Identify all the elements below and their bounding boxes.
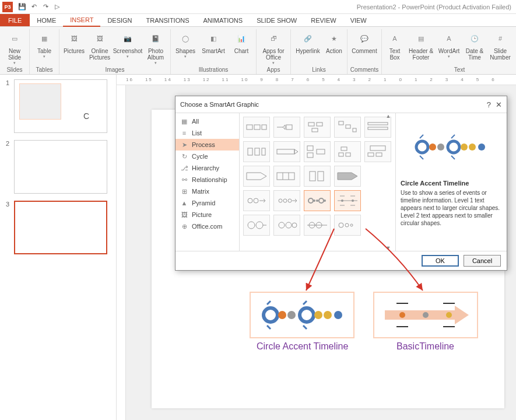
- smartart-cell[interactable]: [304, 215, 331, 236]
- svg-point-66: [461, 144, 468, 150]
- smartart-cell[interactable]: [273, 215, 300, 236]
- smartart-cell[interactable]: [243, 166, 270, 187]
- smartart-cell[interactable]: [273, 117, 300, 138]
- smartart-cell[interactable]: [273, 190, 300, 211]
- hyperlink-icon: 🔗: [300, 30, 316, 47]
- hyperlink-button[interactable]: 🔗Hyperlink: [293, 29, 322, 65]
- svg-rect-23: [368, 153, 374, 156]
- slide-thumb-1[interactable]: 1: [6, 79, 110, 133]
- cat-pyramid[interactable]: ▲Pyramid: [175, 197, 239, 209]
- svg-point-31: [254, 198, 258, 203]
- smartart-cell[interactable]: [304, 117, 331, 138]
- screenshot-button[interactable]: 📷Screenshot▾: [113, 29, 142, 65]
- group-images-label: Images: [62, 65, 168, 74]
- slide-thumb-2[interactable]: 2: [6, 140, 110, 194]
- photo-album-icon: 📓: [148, 30, 164, 47]
- slidenumber-button[interactable]: #Slide Number: [488, 29, 513, 65]
- tab-design[interactable]: DESIGN: [100, 14, 139, 26]
- new-slide-button[interactable]: ▭ New Slide ▾: [2, 29, 27, 65]
- smartart-cell[interactable]: [243, 215, 270, 236]
- chart-button[interactable]: 📊Chart: [229, 29, 254, 65]
- datetime-button[interactable]: 🕒Date & Time: [462, 29, 487, 65]
- tab-animations[interactable]: ANIMATIONS: [196, 14, 250, 26]
- svg-point-61: [429, 144, 436, 150]
- window-title: Presentation2 - PowerPoint (Product Acti…: [357, 4, 511, 10]
- cat-office[interactable]: ⊕Office.com: [175, 220, 239, 232]
- smartart-cell[interactable]: [334, 117, 361, 138]
- wordart-button[interactable]: AWordArt▾: [437, 29, 461, 65]
- svg-line-63: [451, 135, 455, 138]
- svg-point-79: [334, 311, 342, 319]
- dialog-titlebar[interactable]: Choose a SmartArt Graphic ? ✕: [175, 96, 507, 113]
- save-icon[interactable]: 💾: [17, 2, 27, 12]
- svg-rect-9: [353, 128, 356, 132]
- svg-point-44: [352, 200, 354, 202]
- cat-picture[interactable]: 🖼Picture: [175, 209, 239, 220]
- pictures-button[interactable]: 🖼Pictures: [62, 29, 86, 65]
- comment-button[interactable]: 💬Comment: [350, 29, 379, 65]
- tab-home[interactable]: HOME: [30, 14, 63, 26]
- object-button[interactable]: ▢Object: [514, 29, 516, 65]
- cat-list[interactable]: ≡List: [175, 127, 239, 139]
- online-pictures-button[interactable]: 🖼Online Pictures: [87, 29, 112, 65]
- action-button[interactable]: ★Action: [324, 29, 345, 65]
- table-button[interactable]: ▦ Table ▾: [32, 29, 57, 65]
- smartart-cell[interactable]: [334, 141, 361, 162]
- cat-matrix[interactable]: ⊞Matrix: [175, 186, 239, 197]
- svg-rect-13: [255, 148, 259, 155]
- smartart-cell[interactable]: [243, 190, 270, 211]
- shapes-button[interactable]: ◯Shapes▾: [173, 29, 198, 65]
- svg-point-83: [423, 312, 429, 318]
- cat-cycle[interactable]: ↻Cycle: [175, 150, 239, 162]
- tab-slideshow[interactable]: SLIDE SHOW: [250, 14, 304, 26]
- tab-file[interactable]: FILE: [0, 14, 30, 26]
- smartart-cell[interactable]: [304, 166, 331, 187]
- cat-hierarchy[interactable]: ⎇Hierarchy: [175, 162, 239, 174]
- header-footer-button[interactable]: ▤Header & Footer: [406, 29, 436, 65]
- smartart-cell-circle-accent[interactable]: [304, 190, 331, 211]
- help-icon[interactable]: ?: [487, 100, 491, 109]
- slide-preview-2: [14, 140, 107, 194]
- slidenumber-icon: #: [492, 30, 508, 47]
- smartart-cell[interactable]: [243, 117, 270, 138]
- svg-rect-29: [318, 172, 324, 181]
- cat-process[interactable]: ➤Process: [175, 139, 239, 150]
- apps-button[interactable]: 🗗Apps for Office▾: [259, 29, 288, 65]
- group-links: 🔗Hyperlink ★Action Links: [291, 29, 347, 74]
- cat-cycle-label: Cycle: [192, 153, 208, 160]
- slide-panel[interactable]: 1 2 3: [0, 75, 117, 420]
- comment-label: Comment: [352, 48, 377, 54]
- svg-point-67: [469, 144, 476, 150]
- table-icon: ▦: [36, 30, 52, 47]
- svg-point-43: [341, 200, 343, 202]
- action-label: Action: [326, 48, 342, 54]
- smartart-cell[interactable]: [243, 141, 270, 162]
- close-icon[interactable]: ✕: [496, 100, 502, 109]
- svg-rect-17: [307, 153, 313, 158]
- smartart-cell[interactable]: [273, 141, 300, 162]
- slide-thumb-3[interactable]: 3: [6, 201, 110, 254]
- cat-all[interactable]: ▦All: [175, 116, 239, 127]
- undo-icon[interactable]: ↶: [29, 2, 38, 12]
- smartart-cell-basic-timeline[interactable]: [334, 190, 361, 211]
- ribbon: ▭ New Slide ▾ Slides ▦ Table ▾ Tables 🖼P…: [0, 27, 516, 75]
- tab-view[interactable]: VIEW: [343, 14, 374, 26]
- tab-transitions[interactable]: TRANSITIONS: [139, 14, 196, 26]
- smartart-cell[interactable]: [273, 166, 300, 187]
- preview-title: Circle Accent Timeline: [401, 180, 502, 187]
- photo-album-button[interactable]: 📓Photo Album▾: [143, 29, 168, 65]
- cat-relationship[interactable]: ⚯Relationship: [175, 174, 239, 186]
- cancel-button[interactable]: Cancel: [464, 255, 501, 267]
- smartart-cell[interactable]: [334, 166, 361, 187]
- slide-num-3: 3: [6, 201, 14, 254]
- tab-review[interactable]: REVIEW: [304, 14, 343, 26]
- tab-insert[interactable]: INSERT: [63, 14, 100, 27]
- group-apps: 🗗Apps for Office▾ Apps: [257, 29, 291, 74]
- smartart-cell[interactable]: [304, 141, 331, 162]
- header-footer-label: Header & Footer: [406, 48, 436, 61]
- redo-icon[interactable]: ↷: [41, 2, 50, 12]
- textbox-button[interactable]: AText Box: [384, 29, 405, 65]
- smartart-button[interactable]: ◧SmartArt: [199, 29, 228, 65]
- start-slideshow-icon[interactable]: ▷: [52, 2, 62, 12]
- cat-all-label: All: [192, 118, 199, 125]
